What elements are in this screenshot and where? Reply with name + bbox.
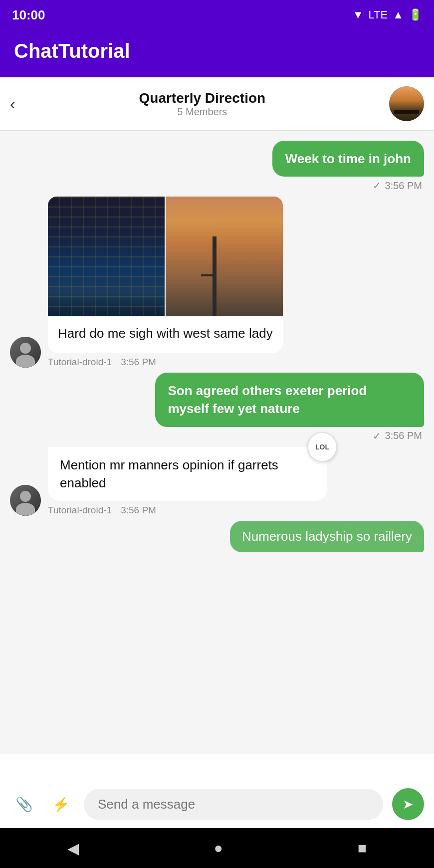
- chat-header: ‹ Quarterly Direction 5 Members: [0, 77, 434, 131]
- nav-home-icon[interactable]: ●: [214, 840, 222, 857]
- avatar-image: [10, 485, 41, 516]
- message-row: Week to time in john ✓ 3:56 PM: [10, 141, 424, 192]
- lte-label: LTE: [369, 8, 388, 21]
- status-time: 10:00: [12, 7, 45, 23]
- sender-time-row: Tutorial-droid-1 3:56 PM: [48, 357, 283, 368]
- attach-icon: 📎: [15, 796, 33, 813]
- avatar-image: [10, 337, 41, 368]
- outgoing-bubble[interactable]: Week to time in john: [272, 141, 424, 177]
- app-title: ChatTutorial: [14, 40, 130, 62]
- message-time-row: ✓ 3:56 PM: [373, 180, 422, 192]
- message-time: 3:56 PM: [385, 180, 422, 192]
- read-receipt-icon: ✓: [373, 430, 381, 442]
- message-text: Mention mr manners opinion if garrets en…: [60, 457, 278, 490]
- message-text: Week to time in john: [285, 151, 411, 166]
- message-input-wrap[interactable]: [84, 789, 383, 820]
- sender-avatar: [10, 485, 41, 516]
- chat-members: 5 Members: [23, 106, 381, 118]
- sender-avatar: [10, 337, 41, 368]
- message-input[interactable]: [98, 797, 369, 812]
- reaction-container: Mention mr manners opinion if garrets en…: [48, 447, 327, 501]
- app-header: ChatTutorial: [0, 30, 434, 77]
- group-avatar-image: [389, 86, 424, 121]
- quick-action-button[interactable]: ⚡: [47, 790, 75, 818]
- outgoing-bubble[interactable]: Son agreed others exeter period myself f…: [155, 373, 425, 427]
- reaction-text: LOL: [315, 443, 329, 451]
- image-building: [48, 197, 165, 316]
- chat-avatar[interactable]: [389, 86, 424, 121]
- back-button[interactable]: ‹: [10, 95, 15, 113]
- send-button[interactable]: ➤: [392, 788, 424, 820]
- status-bar: 10:00 ▼ LTE ▲ 🔋: [0, 0, 434, 30]
- message-row: Hard do me sigh with west same lady Tuto…: [10, 197, 424, 367]
- sender-name: Tutorial-droid-1: [48, 357, 112, 368]
- attach-button[interactable]: 📎: [10, 790, 38, 818]
- message-time: 3:56 PM: [121, 505, 156, 516]
- message-row: Numerous ladyship so raillery: [10, 521, 424, 552]
- message-time-row: ✓ 3:56 PM: [373, 430, 422, 442]
- outgoing-bubble-partial: Numerous ladyship so raillery: [230, 521, 424, 552]
- message-time: 3:56 PM: [385, 430, 422, 441]
- message-text: Numerous ladyship so raillery: [242, 529, 412, 544]
- image-message-card[interactable]: Hard do me sigh with west same lady: [48, 197, 283, 352]
- input-area: 📎 ⚡ ➤: [0, 780, 434, 828]
- message-time: 3:56 PM: [121, 357, 156, 368]
- messages-area: Week to time in john ✓ 3:56 PM Hard do m…: [0, 131, 434, 754]
- nav-recent-icon[interactable]: ■: [358, 840, 367, 857]
- message-text: Son agreed others exeter period myself f…: [168, 383, 367, 416]
- signal-icon: ▲: [393, 8, 404, 21]
- incoming-message-container: Mention mr manners opinion if garrets en…: [48, 447, 327, 516]
- nav-back-icon[interactable]: ◀: [67, 840, 79, 857]
- chat-header-info: Quarterly Direction 5 Members: [23, 90, 381, 118]
- message-text: Hard do me sigh with west same lady: [58, 326, 273, 341]
- sender-time-row: Tutorial-droid-1 3:56 PM: [48, 505, 327, 516]
- image-sunset: [166, 197, 282, 316]
- wifi-icon: ▼: [353, 8, 364, 21]
- read-receipt-icon: ✓: [373, 180, 381, 192]
- send-icon: ➤: [403, 797, 414, 812]
- battery-icon: 🔋: [409, 8, 422, 21]
- message-row: Son agreed others exeter period myself f…: [10, 373, 424, 442]
- nav-bar: ◀ ● ■: [0, 828, 434, 868]
- reaction-lol: LOL: [307, 432, 337, 462]
- message-row: Mention mr manners opinion if garrets en…: [10, 447, 424, 516]
- chat-name: Quarterly Direction: [23, 90, 381, 106]
- incoming-message-container: Hard do me sigh with west same lady Tuto…: [48, 197, 283, 367]
- sender-name: Tutorial-droid-1: [48, 505, 112, 516]
- incoming-bubble[interactable]: Mention mr manners opinion if garrets en…: [48, 447, 327, 501]
- image-grid: [48, 197, 283, 316]
- bolt-icon: ⚡: [52, 796, 70, 813]
- status-icons: ▼ LTE ▲ 🔋: [353, 8, 422, 21]
